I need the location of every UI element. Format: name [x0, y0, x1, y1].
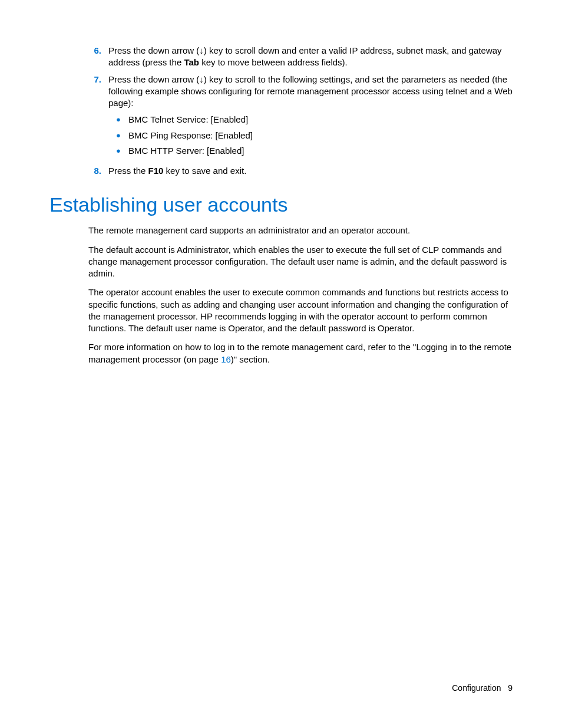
section-heading: Establishing user accounts [49, 193, 513, 216]
bold-key-tab: Tab [184, 57, 199, 67]
bullet-text: BMC Telnet Service: [Enabled] [128, 114, 248, 126]
bullet-icon: ● [108, 114, 128, 126]
list-text: key to move between address fields). [199, 57, 348, 67]
bullet-text: BMC Ping Response: [Enabled] [128, 130, 253, 141]
paragraph: The operator account enables the user to… [88, 286, 513, 334]
list-item-body: Press the down arrow (↓) key to scroll t… [108, 74, 513, 161]
page-reference-link[interactable]: 16 [221, 354, 231, 364]
list-number: 6. [88, 45, 108, 69]
footer-section-name: Configuration [452, 683, 501, 693]
content-area: 6. Press the down arrow (↓) key to scrol… [49, 45, 513, 365]
bullet-icon: ● [108, 145, 128, 157]
bullet-item: ● BMC HTTP Server: [Enabled] [108, 145, 513, 157]
list-item-body: Press the F10 key to save and exit. [108, 165, 513, 177]
footer-page-number: 9 [508, 683, 513, 693]
ordered-list-item-6: 6. Press the down arrow (↓) key to scrol… [88, 45, 513, 69]
paragraph: For more information on how to log in to… [88, 341, 513, 365]
bullet-item: ● BMC Ping Response: [Enabled] [108, 130, 513, 141]
list-text: Press the down arrow (↓) key to scroll t… [108, 74, 513, 108]
list-text: key to save and exit. [163, 166, 246, 176]
ordered-list-item-8: 8. Press the F10 key to save and exit. [88, 165, 513, 177]
paragraph-text: For more information on how to log in to… [88, 342, 511, 364]
document-page: 6. Press the down arrow (↓) key to scrol… [0, 0, 562, 728]
bold-key-f10: F10 [148, 166, 164, 176]
bullet-icon: ● [108, 130, 128, 141]
list-number: 7. [88, 74, 108, 161]
list-item-body: Press the down arrow (↓) key to scroll d… [108, 45, 513, 69]
paragraph: The remote management card supports an a… [88, 225, 513, 236]
sub-bullet-list: ● BMC Telnet Service: [Enabled] ● BMC Pi… [108, 114, 513, 157]
bullet-item: ● BMC Telnet Service: [Enabled] [108, 114, 513, 126]
list-number: 8. [88, 165, 108, 177]
bullet-text: BMC HTTP Server: [Enabled] [128, 145, 244, 157]
paragraph: The default account is Administrator, wh… [88, 244, 513, 280]
paragraph-text: )" section. [231, 354, 270, 364]
list-text: Press the [108, 166, 148, 176]
page-footer: Configuration 9 [452, 683, 513, 693]
ordered-list-item-7: 7. Press the down arrow (↓) key to scrol… [88, 74, 513, 161]
